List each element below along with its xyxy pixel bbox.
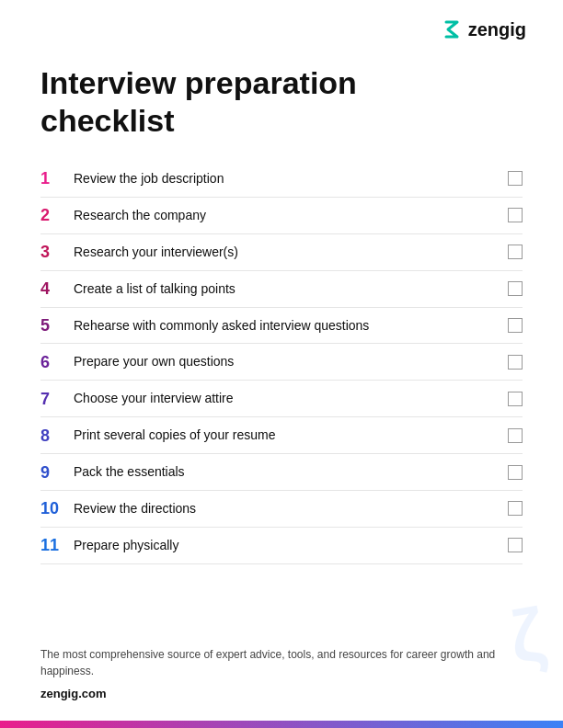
checkbox-1[interactable] [508,171,523,186]
checkbox-2[interactable] [508,208,523,222]
checkbox-4[interactable] [508,281,523,296]
item-text-5: Rehearse with commonly asked interview q… [74,317,508,335]
item-number-7: 7 [40,391,74,407]
title-area: Interview preparation checklist [40,64,523,140]
checkbox-10[interactable] [508,501,523,516]
footer-url: zengig.com [40,687,523,700]
item-number-4: 4 [40,280,74,297]
item-number-5: 5 [40,317,74,334]
checkbox-7[interactable] [508,392,523,406]
logo-text: zengig [468,19,526,40]
item-number-10: 10 [40,500,74,517]
page-title: Interview preparation checklist [40,64,523,140]
item-text-9: Pack the essentials [74,463,508,481]
item-number-1: 1 [40,170,74,187]
checklist-item: 3Research your interviewer(s) [40,234,523,271]
checklist-item: 9Pack the essentials [40,454,523,491]
footer-description: The most comprehensive source of expert … [40,646,523,679]
footer: The most comprehensive source of expert … [40,646,523,700]
checkbox-5[interactable] [508,318,523,333]
item-text-6: Prepare your own questions [74,353,508,370]
checklist-item: 7Choose your interview attire [40,381,523,417]
item-text-4: Create a list of talking points [74,280,508,298]
checklist-item: 10Review the directions [40,491,523,528]
checkbox-9[interactable] [508,465,523,480]
logo-area: zengig [441,18,526,40]
item-number-11: 11 [40,537,74,553]
item-number-2: 2 [40,207,74,223]
item-number-3: 3 [40,244,74,260]
page: zengig Interview preparation checklist 1… [0,0,563,728]
checklist-item: 4Create a list of talking points [40,271,523,308]
item-number-6: 6 [40,354,74,370]
checkbox-8[interactable] [508,428,523,443]
checklist-item: 11Prepare physically [40,528,523,564]
item-text-11: Prepare physically [74,537,508,554]
checkbox-11[interactable] [508,538,523,552]
checklist: 1Review the job description2Research the… [40,161,523,564]
item-text-10: Review the directions [74,500,508,518]
checkbox-6[interactable] [508,355,523,370]
checklist-item: 5Rehearse with commonly asked interview … [40,308,523,345]
item-text-1: Review the job description [74,170,508,188]
checklist-item: 1Review the job description [40,161,523,198]
bottom-bar [0,721,563,728]
checklist-item: 2Research the company [40,198,523,234]
checklist-item: 8Print several copies of your resume [40,417,523,454]
checkbox-3[interactable] [508,245,523,259]
item-text-2: Research the company [74,207,508,224]
item-number-9: 9 [40,464,74,481]
item-number-8: 8 [40,427,74,444]
item-text-7: Choose your interview attire [74,390,508,407]
item-text-8: Print several copies of your resume [74,427,508,444]
zengig-logo-icon [441,18,463,40]
checklist-item: 6Prepare your own questions [40,344,523,381]
item-text-3: Research your interviewer(s) [74,244,508,261]
